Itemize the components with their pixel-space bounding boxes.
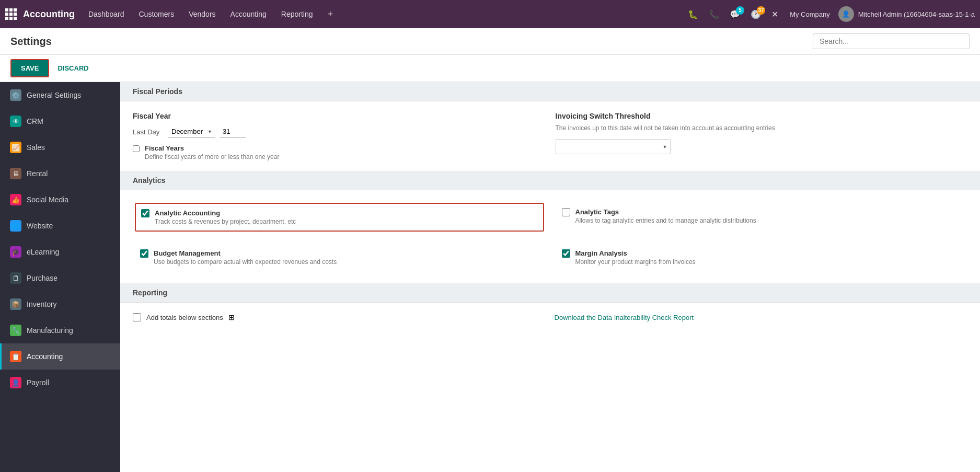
sidebar-item-crm[interactable]: 👁 CRM xyxy=(0,108,120,134)
sidebar-item-social-media[interactable]: 👍 Social Media xyxy=(0,187,120,213)
rental-icon: 🖥 xyxy=(10,168,21,179)
nav-icons-group: 🐛 📞 💬 5 🕐 37 ✕ My Company 👤 Mitchell Adm… xyxy=(685,6,975,22)
last-day-label: Last Day xyxy=(133,128,164,136)
margin-analysis-wrapper: Margin Analysis Monitor your product mar… xyxy=(555,242,968,273)
nav-customers[interactable]: Customers xyxy=(133,7,181,21)
brand-name: Accounting xyxy=(23,9,75,20)
margin-analysis-label: Margin Analysis xyxy=(575,249,696,257)
user-avatar[interactable]: 👤 xyxy=(838,6,854,22)
company-name: My Company xyxy=(786,10,834,18)
fiscal-years-desc: Define fiscal years of more or less than… xyxy=(145,153,279,160)
action-bar: SAVE DISCARD xyxy=(0,55,980,82)
clock-icon[interactable]: 🕐 37 xyxy=(747,7,764,21)
reporting-grid: Add totals below sections ⊞ Download the… xyxy=(133,313,967,321)
settings-title: Settings xyxy=(10,36,52,48)
add-totals-checkbox[interactable] xyxy=(133,313,141,321)
analytic-accounting-label: Analytic Accounting xyxy=(155,209,296,217)
margin-analysis-desc: Monitor your product margins from invoic… xyxy=(575,258,696,266)
budget-mgmt-wrapper: Budget Management Use budgets to compare… xyxy=(133,242,546,273)
bug-icon[interactable]: 🐛 xyxy=(685,7,701,21)
sidebar-item-payroll[interactable]: 👤 Payroll xyxy=(0,370,120,396)
payroll-icon: 👤 xyxy=(10,377,21,388)
analytic-accounting-wrapper: Analytic Accounting Track costs & revenu… xyxy=(133,201,546,234)
threshold-title: Invoicing Switch Threshold xyxy=(556,112,968,120)
sidebar-label-crm: CRM xyxy=(27,117,43,125)
nav-dashboard[interactable]: Dashboard xyxy=(82,7,131,21)
save-button[interactable]: SAVE xyxy=(10,59,49,77)
margin-analysis-check-area xyxy=(562,249,570,259)
sidebar-label-elearning: eLearning xyxy=(27,248,59,256)
crm-icon: 👁 xyxy=(10,116,21,127)
nav-vendors[interactable]: Vendors xyxy=(182,7,222,21)
sidebar-item-accounting[interactable]: 📋 Accounting xyxy=(0,343,120,370)
sidebar-item-inventory[interactable]: 📦 Inventory xyxy=(0,291,120,317)
analytic-tags-text: Analytic Tags Allows to tag analytic ent… xyxy=(575,208,756,224)
margin-analysis-text: Margin Analysis Monitor your product mar… xyxy=(575,249,696,266)
elearning-icon: 🎓 xyxy=(10,246,21,258)
margin-analysis-item: Margin Analysis Monitor your product mar… xyxy=(557,244,966,271)
purchase-icon: 🗒 xyxy=(10,272,21,284)
chat-icon[interactable]: 💬 5 xyxy=(727,7,743,21)
day-input[interactable] xyxy=(220,125,246,138)
sidebar-item-purchase[interactable]: 🗒 Purchase xyxy=(0,265,120,291)
sidebar-label-payroll: Payroll xyxy=(27,378,49,387)
sidebar-item-rental[interactable]: 🖥 Rental xyxy=(0,160,120,187)
fiscal-periods-header: Fiscal Periods xyxy=(120,82,980,101)
grid-calculator-icon: ⊞ xyxy=(228,313,235,321)
budget-mgmt-desc: Use budgets to compare actual with expec… xyxy=(154,258,337,266)
sidebar-item-manufacturing[interactable]: 🔧 Manufacturing xyxy=(0,317,120,343)
main-layout: ⚙️ General Settings 👁 CRM 📈 Sales 🖥 Rent… xyxy=(0,82,980,472)
sidebar-label-social-media: Social Media xyxy=(27,195,68,204)
social-media-icon: 👍 xyxy=(10,194,21,205)
download-check-report-link[interactable]: Download the Data Inalterability Check R… xyxy=(555,314,694,321)
top-navigation: Accounting Dashboard Customers Vendors A… xyxy=(0,0,980,28)
sidebar-label-manufacturing: Manufacturing xyxy=(27,326,73,335)
nav-reporting[interactable]: Reporting xyxy=(275,7,319,21)
sidebar-item-website[interactable]: 🌐 Website xyxy=(0,213,120,239)
analytic-tags-checkbox[interactable] xyxy=(562,208,570,216)
search-input[interactable] xyxy=(813,33,970,49)
nav-accounting[interactable]: Accounting xyxy=(224,7,273,21)
analytics-header: Analytics xyxy=(120,171,980,190)
add-totals-label: Add totals below sections xyxy=(146,314,223,321)
chat-badge: 5 xyxy=(736,6,744,15)
fiscal-periods-body: Fiscal Year Last Day December January Fe… xyxy=(120,101,980,171)
threshold-select-wrapper xyxy=(556,139,671,154)
fiscal-years-row: Fiscal Years Define fiscal years of more… xyxy=(133,144,545,160)
fiscal-periods-title: Fiscal Periods xyxy=(133,87,182,96)
analytic-accounting-check-area xyxy=(141,209,149,219)
sidebar-label-inventory: Inventory xyxy=(27,300,57,308)
reporting-title: Reporting xyxy=(133,289,167,297)
brand-logo: Accounting xyxy=(5,8,75,20)
grid-icon[interactable] xyxy=(5,8,17,20)
fiscal-grid: Fiscal Year Last Day December January Fe… xyxy=(133,112,967,160)
analytics-body: Analytic Accounting Track costs & revenu… xyxy=(120,190,980,283)
fiscal-years-text: Fiscal Years Define fiscal years of more… xyxy=(145,144,279,160)
sidebar-item-elearning[interactable]: 🎓 eLearning xyxy=(0,239,120,265)
analytic-accounting-checkbox[interactable] xyxy=(141,209,149,217)
inventory-icon: 📦 xyxy=(10,298,21,310)
sidebar-label-website: Website xyxy=(27,222,53,230)
manufacturing-icon: 🔧 xyxy=(10,325,21,336)
margin-analysis-checkbox[interactable] xyxy=(562,249,570,258)
budget-mgmt-checkbox[interactable] xyxy=(140,249,148,258)
budget-mgmt-item: Budget Management Use budgets to compare… xyxy=(135,244,544,271)
budget-mgmt-text: Budget Management Use budgets to compare… xyxy=(154,249,337,266)
sidebar-label-general-settings: General Settings xyxy=(27,91,81,99)
nav-add[interactable]: + xyxy=(321,6,340,23)
analytics-title: Analytics xyxy=(133,176,165,185)
phone-icon[interactable]: 📞 xyxy=(706,7,722,21)
close-icon[interactable]: ✕ xyxy=(768,7,781,21)
sidebar-item-general-settings[interactable]: ⚙️ General Settings xyxy=(0,82,120,108)
analytic-accounting-text: Analytic Accounting Track costs & revenu… xyxy=(155,209,296,225)
month-select-wrapper: December January February March April Ma… xyxy=(168,125,215,138)
sidebar-label-rental: Rental xyxy=(27,169,48,178)
add-totals-row: Add totals below sections ⊞ xyxy=(133,313,546,321)
month-select[interactable]: December January February March April Ma… xyxy=(168,125,215,138)
discard-button[interactable]: DISCARD xyxy=(55,60,90,76)
fiscal-years-checkbox[interactable] xyxy=(133,145,140,152)
threshold-col: Invoicing Switch Threshold The invoices … xyxy=(556,112,968,160)
sidebar-label-accounting: Accounting xyxy=(27,352,63,361)
threshold-select[interactable] xyxy=(556,139,671,154)
sidebar-item-sales[interactable]: 📈 Sales xyxy=(0,134,120,160)
